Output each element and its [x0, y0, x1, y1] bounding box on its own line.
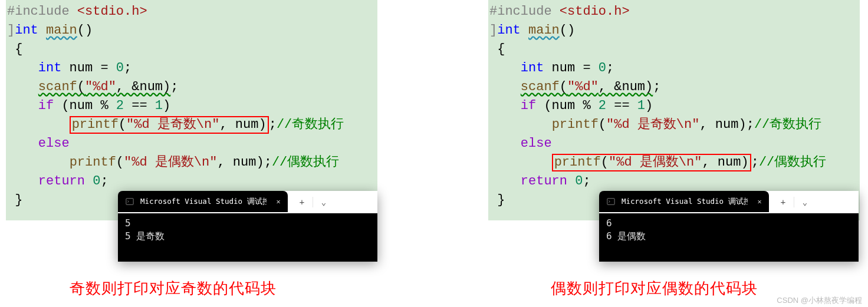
new-tab-button[interactable]: + — [774, 193, 793, 211]
close-icon[interactable]: ✕ — [754, 196, 765, 207]
terminal-tab-title: Microsoft Visual Studio 调试控 — [140, 197, 267, 207]
tab-dropdown-button[interactable]: ⌄ — [314, 193, 333, 211]
left-pane: #include <stdio.h> ]int main() { int num… — [6, 0, 377, 220]
terminal-tab[interactable]: Microsoft Visual Studio 调试控 ✕ — [599, 191, 769, 212]
terminal-icon — [606, 197, 616, 206]
preproc: #include — [7, 4, 77, 19]
term-line: 6 是偶数 — [606, 230, 851, 243]
code-left: #include <stdio.h> ]int main() { int num… — [6, 0, 377, 220]
terminal-output: 5 5 是奇数 — [118, 213, 377, 246]
terminal-left: Microsoft Visual Studio 调试控 ✕ + ⌄ 5 5 是奇… — [118, 191, 377, 262]
terminal-output: 6 6 是偶数 — [599, 213, 859, 246]
highlighted-odd-printf: printf("%d 是奇数\n", num) — [70, 116, 269, 134]
code-right: #include <stdio.h> ]int main() { int num… — [488, 0, 860, 220]
term-line: 5 是奇数 — [125, 230, 370, 243]
terminal-tab[interactable]: Microsoft Visual Studio 调试控 ✕ — [118, 191, 288, 212]
tab-dropdown-button[interactable]: ⌄ — [795, 193, 814, 211]
terminal-right: Microsoft Visual Studio 调试控 ✕ + ⌄ 6 6 是偶… — [599, 191, 859, 262]
terminal-tab-title: Microsoft Visual Studio 调试控 — [622, 197, 748, 207]
caption-right: 偶数则打印对应偶数的代码块 — [551, 278, 758, 299]
caption-left: 奇数则打印对应奇数的代码块 — [70, 278, 277, 299]
highlighted-even-printf: printf("%d 是偶数\n", num) — [552, 154, 751, 171]
term-line: 6 — [606, 217, 851, 230]
svg-rect-1 — [607, 199, 614, 205]
terminal-title-bar: Microsoft Visual Studio 调试控 ✕ + ⌄ — [118, 191, 377, 213]
terminal-title-bar: Microsoft Visual Studio 调试控 ✕ + ⌄ — [599, 191, 859, 213]
svg-rect-0 — [126, 199, 133, 205]
watermark: CSDN @小林熬夜学编程 — [777, 295, 862, 306]
right-pane: #include <stdio.h> ]int main() { int num… — [488, 0, 860, 220]
term-line: 5 — [125, 217, 370, 230]
new-tab-button[interactable]: + — [292, 193, 311, 211]
close-icon[interactable]: ✕ — [272, 196, 284, 207]
terminal-icon — [125, 197, 134, 206]
